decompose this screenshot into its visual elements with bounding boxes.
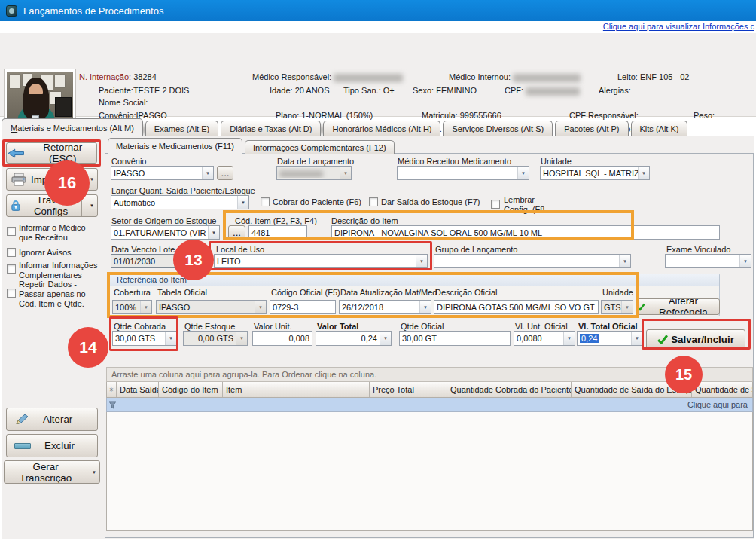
dropdown-arrow-icon[interactable]: ▼ (638, 167, 649, 179)
qtde-oficial-input[interactable]: 30,00 GT (399, 331, 511, 346)
annotation-box-retornar (2, 139, 101, 167)
dropdown-arrow-icon[interactable]: ▼ (236, 332, 247, 345)
dropdown-arrow-icon[interactable]: ▼ (237, 196, 248, 209)
window: Lançamentos de Procedimentos Clique aqui… (0, 0, 756, 541)
column-header-qtd-sa[interactable]: Quantidade de Sa (692, 382, 753, 397)
chevron-down-icon[interactable]: ▼ (87, 203, 97, 208)
cobrar-paciente-checkbox[interactable] (261, 197, 270, 206)
repetir-dados-checkbox[interactable] (7, 289, 16, 298)
tab-honorarios-medicos[interactable]: Honorários Médicos (Alt H) (323, 121, 440, 136)
lock-icon (11, 199, 20, 212)
informar-informacoes-label: Informar Informações Complementares (19, 261, 100, 280)
annotation-box-qtde-cobrada (109, 316, 178, 351)
exame-vinculado-combo[interactable]: ▼ (665, 254, 751, 268)
lembrar-config-checkbox[interactable] (491, 200, 500, 209)
vl-total-oficial-label: Vl. Total Oficial (578, 322, 638, 331)
gerar-transcricao-button[interactable]: Gerar Transcrição ▼ (4, 460, 100, 484)
setor-origem-combo[interactable]: 01.FATURAMENTO (VIR▼ (111, 225, 220, 240)
redacted-value (279, 170, 323, 178)
alterar-label: Alterar (43, 414, 72, 425)
dar-saida-label: Dar Saída do Estoque (F7) (381, 197, 480, 207)
qtde-estoque-label: Qtde Estoque (184, 322, 235, 331)
tab-pacotes[interactable]: Pacotes (Alt P) (555, 121, 628, 136)
eraser-icon (14, 443, 31, 449)
tab-label: Materiais e Medicamentos (Alt M) (11, 124, 134, 133)
annotation-step-15: 15 (665, 356, 703, 393)
column-header-data-saida[interactable]: Data Saída (117, 382, 159, 397)
grid-group-panel[interactable]: Arraste uma coluna aqui para agrupa-la. … (106, 367, 753, 382)
convenio-ellipsis-button[interactable]: ... (217, 166, 233, 180)
alergias-field: Alergias: (599, 86, 631, 95)
title-bar: Lançamentos de Procedimentos (0, 0, 756, 21)
internacao-field: N. Internação: 38284 (79, 72, 157, 81)
dar-saida-checkbox[interactable] (369, 197, 378, 206)
valor-unit-label: Valor Unit. (254, 322, 292, 331)
tab-label: Serviços Diversos (Alt S) (452, 124, 544, 133)
valor-unit-input[interactable]: 0,008 (252, 331, 312, 346)
dropdown-arrow-icon[interactable]: ▼ (517, 167, 529, 179)
column-header-qtd-cobrada[interactable]: Quantidade Cobrada do Paciente (447, 382, 572, 397)
subtab-materiais-f11[interactable]: Materiais e Medicamentos (F11) (108, 138, 242, 154)
app-icon (6, 5, 17, 17)
grid-group-hint: Arraste uma coluna aqui para agrupa-la. … (111, 370, 376, 379)
data-lancamento-label: Data de Lançamento (277, 157, 354, 166)
informar-medico-label: Informar o Médico que Receitou (19, 223, 100, 243)
asterisk-icon: ✳ (109, 387, 114, 393)
column-header-item[interactable]: Item (223, 382, 370, 397)
alterar-button[interactable]: Alterar (6, 408, 98, 431)
vl-unt-oficial-combo[interactable]: 0,0080▼ (514, 331, 575, 346)
selected-text: 0,24 (580, 334, 599, 343)
convenio-combo[interactable]: IPASGO▼ (111, 166, 214, 180)
dropdown-arrow-icon[interactable]: ▼ (739, 255, 751, 267)
dropdown-arrow-icon[interactable]: ▼ (208, 226, 219, 239)
unidade-combo[interactable]: HOSPITAL SQL - MATRIZ▼ (540, 166, 650, 180)
divider (84, 461, 84, 483)
patient-header: N. Internação: 38284 Médico Responsável:… (0, 33, 756, 117)
tab-label: Kits (Alt K) (640, 124, 679, 133)
grid-header-row: ✳ Data Saída Código do Item Item Preço T… (106, 382, 753, 398)
tab-label: Diárias e Taxas (Alt D) (230, 124, 312, 133)
lancar-quant-label: Lançar Quant. Saída Paciente/Estoque (111, 186, 255, 195)
excluir-button[interactable]: Excluir (6, 434, 98, 457)
dropdown-arrow-icon[interactable]: ▼ (563, 332, 575, 345)
link-row: Clique aqui para visualizar Informações … (0, 21, 756, 33)
dropdown-arrow-icon[interactable]: ▼ (380, 332, 391, 345)
grupo-lancamento-combo[interactable]: ▼ (434, 254, 631, 268)
alterar-referencia-button[interactable]: Alterar Referência (636, 298, 720, 315)
tab-servicos-diversos[interactable]: Serviços Diversos (Alt S) (443, 121, 553, 136)
tab-kits[interactable]: Kits (Alt K) (631, 121, 688, 136)
redacted-value (513, 74, 581, 82)
grid-filter-row[interactable]: Clique aqui para (106, 398, 753, 412)
dropdown-arrow-icon[interactable]: ▼ (619, 255, 630, 267)
nome-social-field: Nome Social: (99, 98, 148, 107)
data-lancamento-combo[interactable]: ▼ (276, 166, 352, 180)
medico-receitou-label: Médico Receitou Medicamento (398, 157, 511, 166)
column-header-codigo-item[interactable]: Código do Item (159, 382, 223, 397)
chevron-down-icon[interactable]: ▼ (89, 470, 99, 475)
tab-materiais-medicamentos[interactable]: Materiais e Medicamentos (Alt M) (2, 118, 143, 136)
pencil-icon (14, 413, 29, 426)
redacted-value (526, 87, 580, 96)
lancar-quant-combo[interactable]: Automático▼ (111, 195, 249, 209)
vl-total-oficial-combo[interactable]: 0,24▼ (577, 331, 643, 346)
medico-receitou-combo[interactable]: ▼ (397, 166, 529, 180)
subtab-informacoes-f12[interactable]: Informações Complementares (F12) (245, 140, 395, 154)
informar-informacoes-checkbox[interactable] (7, 264, 16, 274)
sub-tab-strip: Materiais e Medicamentos (F11) Informaçõ… (108, 138, 397, 154)
valor-total-combo[interactable]: 0,24▼ (316, 331, 392, 346)
filter-funnel-icon (108, 401, 117, 409)
informar-medico-checkbox[interactable] (7, 227, 16, 236)
dropdown-arrow-icon[interactable]: ▼ (631, 332, 642, 345)
qtde-estoque-combo[interactable]: 0,00 GTS▼ (183, 331, 248, 346)
tab-diarias-taxas[interactable]: Diárias e Taxas (Alt D) (221, 121, 321, 136)
ignorar-avisos-label: Ignorar Avisos (19, 248, 100, 258)
ignorar-avisos-checkbox[interactable] (7, 248, 16, 257)
cpf-field: CPF: (505, 86, 580, 96)
visualizar-informacoes-link[interactable]: Clique aqui para visualizar Informações … (603, 22, 754, 31)
grid-body-empty[interactable] (106, 412, 753, 531)
gerar-transcricao-label: Gerar Transcrição (12, 461, 79, 484)
dropdown-arrow-icon[interactable]: ▼ (340, 167, 351, 179)
column-header-preco-total[interactable]: Preço Total (370, 382, 447, 397)
tab-exames[interactable]: Exames (Alt E) (145, 121, 218, 136)
dropdown-arrow-icon[interactable]: ▼ (202, 167, 213, 179)
